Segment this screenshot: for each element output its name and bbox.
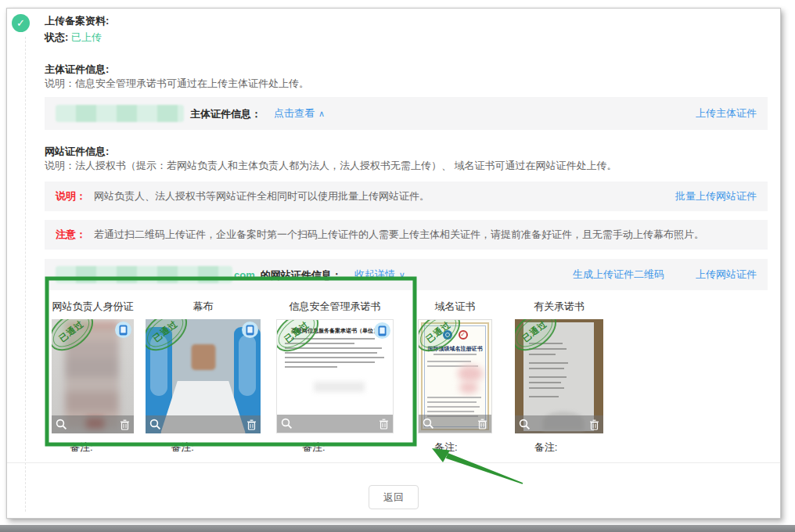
website-cert-bar: com 的网站证件信息： 收起详情 ∨ 生成上传证件二维码 上传网站证件 <box>45 259 768 290</box>
cert-card-title: 信息安全管理承诺书 <box>276 300 394 313</box>
cert-card-title: 网站负责人身份证 <box>52 300 134 313</box>
chevron-down-icon[interactable]: ∨ <box>399 270 405 280</box>
verified-check-icon: ✓ <box>459 330 468 340</box>
delete-trash-icon[interactable] <box>477 419 487 430</box>
upload-subject-cert-link[interactable]: 上传主体证件 <box>696 106 757 120</box>
collapse-details-link[interactable]: 收起详情 <box>354 268 395 282</box>
cert-thumbnail-related-pledge[interactable]: 已通过 <box>515 319 603 433</box>
cert-thumbnail-domain[interactable]: 已通过 ✓ 国际顶级域名注册证书 <box>418 319 492 433</box>
zoom-preview-icon[interactable] <box>281 418 293 430</box>
warning-text: 若通过扫二维码上传证件，企业备案时第一个扫码上传证件的人需要上传主体相关证件，请… <box>94 228 704 242</box>
upload-website-cert-link[interactable]: 上传网站证件 <box>696 268 757 282</box>
cert-thumbnail-curtain[interactable]: 已通过 <box>146 319 261 433</box>
delete-trash-icon[interactable] <box>379 419 389 430</box>
cert-card-related-pledge: 有关承诺书 已通过 <box>515 300 603 455</box>
cert-card-domain: 域名证书 已通过 ✓ 国际顶级域名注册证书 <box>418 300 492 455</box>
note-label: 备注: <box>52 440 134 455</box>
zoom-preview-icon[interactable] <box>149 419 161 430</box>
status-label: 状态: <box>45 31 68 43</box>
view-subject-cert-link[interactable]: 点击查看 <box>274 106 315 120</box>
thumbnail-toolbar <box>52 415 134 433</box>
cert-thumbnail-id-card[interactable]: 已通过 <box>52 319 134 433</box>
zoom-preview-icon[interactable] <box>56 419 67 430</box>
redacted-signature <box>314 382 365 392</box>
note-label: 备注: <box>276 440 394 455</box>
delete-trash-icon[interactable] <box>246 419 257 430</box>
phone-upload-badge-icon <box>242 322 258 338</box>
subject-cert-bar: 主体证件信息： 点击查看 ∧ 上传主体证件 <box>45 97 768 130</box>
filing-materials-panel: ✓ 上传备案资料: 状态: 已上传 主体证件信息: 说明：信息安全管理承诺书可通… <box>6 8 781 519</box>
domain-suffix: com <box>234 269 255 281</box>
note-label: 备注: <box>418 440 492 455</box>
redacted-domain-info <box>458 365 483 383</box>
step-timeline-line <box>25 37 26 512</box>
subject-bar-label: 主体证件信息： <box>190 106 261 121</box>
website-cert-heading: 网站证件信息: <box>45 144 768 159</box>
website-notice-bar: 说明： 网站负责人、法人授权书等网站证件全相同时可以使用批量上传网站证件。 批量… <box>45 182 768 211</box>
cert-thumbnail-security-pledge[interactable]: 已通过 互联网信息服务备案承诺书（单位） <box>276 319 394 433</box>
delete-trash-icon[interactable] <box>120 419 130 430</box>
website-warning-bar: 注意： 若通过扫二维码上传证件，企业备案时第一个扫码上传证件的人需要上传主体相关… <box>45 220 768 250</box>
thumbnail-toolbar <box>515 415 603 433</box>
chevron-up-icon[interactable]: ∧ <box>318 109 325 119</box>
thumbnail-toolbar <box>277 415 393 433</box>
thumbnail-toolbar <box>146 415 261 433</box>
notice-label: 说明： <box>56 189 86 203</box>
redacted-company-name <box>56 105 184 122</box>
footer-divider <box>7 462 780 463</box>
certificate-card-list: 网站负责人身份证 已通过 <box>52 300 768 455</box>
cert-card-curtain: 幕布 已通过 <box>146 300 261 455</box>
note-label: 备注: <box>146 440 261 455</box>
thumbnail-toolbar <box>419 415 491 433</box>
notice-text: 网站负责人、法人授权书等网站证件全相同时可以使用批量上传网站证件。 <box>94 189 430 203</box>
warning-label: 注意： <box>56 228 86 242</box>
cert-card-security-pledge: 信息安全管理承诺书 已通过 互联网信息服务备案承诺书（单位） <box>276 300 394 455</box>
note-label: 备注: <box>515 440 603 455</box>
zoom-preview-icon[interactable] <box>423 418 434 430</box>
phone-upload-badge-icon <box>115 322 131 338</box>
delete-trash-icon[interactable] <box>589 419 599 430</box>
phone-upload-badge-icon <box>374 322 390 339</box>
bottom-edge-bar <box>0 525 795 532</box>
cert-card-title: 有关承诺书 <box>515 300 603 313</box>
redacted-domain-info <box>459 382 478 393</box>
certificate-subtitle-line <box>433 354 477 355</box>
redacted-domain-name <box>56 266 232 283</box>
batch-upload-website-cert-link[interactable]: 批量上传网站证件 <box>675 189 757 203</box>
zoom-preview-icon[interactable] <box>519 419 531 430</box>
website-bar-label: 的网站证件信息： <box>261 268 342 282</box>
step-completed-check-icon: ✓ <box>12 14 30 32</box>
cert-card-title: 幕布 <box>146 300 261 313</box>
subject-cert-heading: 主体证件信息: <box>45 62 768 77</box>
back-button[interactable]: 返回 <box>369 485 419 509</box>
blurred-face <box>191 344 215 370</box>
cert-card-id: 网站负责人身份证 已通过 <box>52 300 134 455</box>
generate-upload-qr-link[interactable]: 生成上传证件二维码 <box>573 268 664 282</box>
status-value: 已上传 <box>71 31 102 43</box>
subject-cert-description: 说明：信息安全管理承诺书可通过在上传主体证件处上传。 <box>45 77 768 91</box>
section-title-upload-materials: 上传备案资料: <box>45 13 768 28</box>
cert-card-title: 域名证书 <box>418 300 492 313</box>
website-cert-description: 说明：法人授权书（提示：若网站负责人和主体负责人都为法人，法人授权书无需上传）、… <box>45 159 768 173</box>
